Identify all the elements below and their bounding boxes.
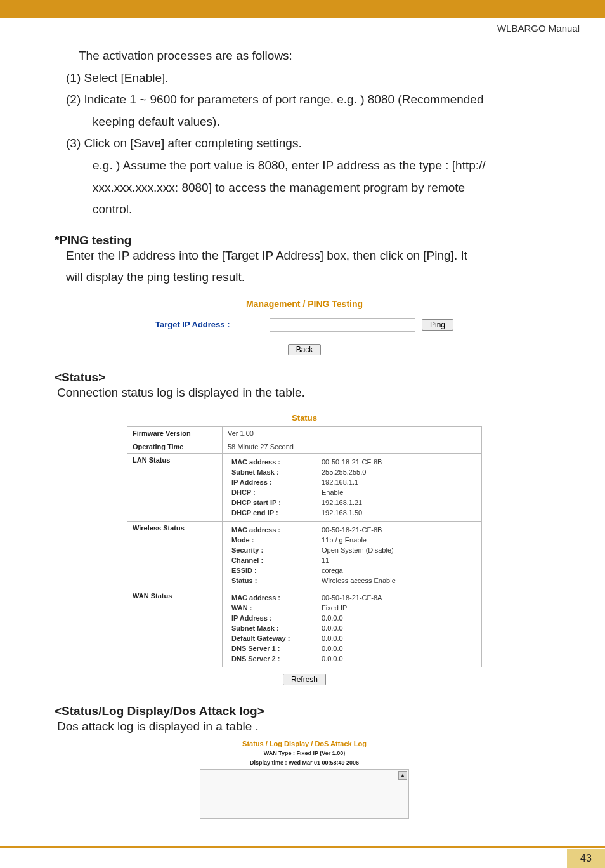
- wl-mac-value: 00-50-18-21-CF-8B: [319, 525, 475, 534]
- table-row: WAN Status MAC address :00-50-18-21-CF-8…: [127, 589, 482, 667]
- lan-status-label: LAN Status: [127, 453, 223, 521]
- page-number: 43: [567, 849, 605, 868]
- footer-accent-line: [0, 846, 605, 848]
- status-body: Connection status log is displayed in th…: [57, 385, 554, 402]
- ping-figure: Management / PING Testing Target IP Addr…: [101, 299, 507, 355]
- wan-ip-value: 0.0.0.0: [319, 614, 475, 622]
- target-ip-label: Target IP Address :: [155, 320, 263, 329]
- firmware-version-value: Ver 1.00: [223, 426, 482, 440]
- step-2-line1: (2) Indicate 1 ~ 9600 for parameters of …: [66, 91, 554, 109]
- lan-mac-label: MAC address :: [229, 457, 318, 466]
- ping-fig-title: Management / PING Testing: [101, 299, 507, 309]
- wl-status-label: Status :: [229, 576, 318, 585]
- back-button[interactable]: Back: [288, 344, 322, 355]
- operating-time-label: Operating Time: [127, 440, 223, 453]
- status-table: Firmware Version Ver 1.00 Operating Time…: [127, 426, 482, 667]
- ping-body-1: Enter the IP address into the [Target IP…: [66, 247, 554, 265]
- lan-dhcp-label: DHCP :: [229, 488, 318, 497]
- wl-essid-value: corega: [319, 566, 475, 575]
- step-1: (1) Select [Enable].: [66, 70, 554, 87]
- step-3-body-2: xxx.xxx.xxx.xxx: 8080] to access the man…: [93, 180, 554, 197]
- status-fig-title: Status: [127, 413, 482, 423]
- status-figure: Status Firmware Version Ver 1.00 Operati…: [127, 413, 482, 685]
- wan-type-value: Fixed IP: [319, 603, 475, 612]
- step-2-line2: keeping default values).: [93, 114, 554, 131]
- lan-dhcp-end-label: DHCP end IP :: [229, 508, 318, 517]
- step-3-body-1: e.g. ) Assume the port value is 8080, en…: [93, 157, 554, 174]
- table-row: Operating Time 58 Minute 27 Second: [127, 440, 482, 453]
- lan-subnet-value: 255.255.255.0: [319, 468, 475, 477]
- table-row: LAN Status MAC address :00-50-18-21-CF-8…: [127, 453, 482, 521]
- dos-heading: <Status/Log Display/Dos Attack log>: [55, 704, 554, 718]
- wireless-status-label: Wireless Status: [127, 521, 223, 589]
- step-3: (3) Click on [Save] after completing set…: [66, 135, 554, 152]
- header-manual-name: WLBARGO Manual: [0, 18, 605, 36]
- wl-channel-value: 11: [319, 556, 475, 565]
- footer: 43: [0, 846, 605, 868]
- wan-gateway-value: 0.0.0.0: [319, 634, 475, 643]
- lan-ip-label: IP Address :: [229, 478, 318, 487]
- scroll-up-icon[interactable]: ▲: [398, 771, 407, 780]
- lan-dhcp-value: Enable: [319, 488, 475, 497]
- lan-subnet-label: Subnet Mask :: [229, 468, 318, 477]
- lan-ip-value: 192.168.1.1: [319, 478, 475, 487]
- table-row: Wireless Status MAC address :00-50-18-21…: [127, 521, 482, 589]
- wan-subnet-value: 0.0.0.0: [319, 624, 475, 633]
- dos-figure: Status / Log Display / DoS Attack Log WA…: [190, 740, 419, 819]
- top-accent-bar: [0, 0, 605, 18]
- ping-body-2: will display the ping testing result.: [66, 269, 554, 286]
- wan-dns2-value: 0.0.0.0: [319, 654, 475, 663]
- dos-body: Dos attack log is displayed in a table .: [57, 718, 554, 735]
- lan-dhcp-start-value: 192.168.1.21: [319, 498, 475, 507]
- table-row: Firmware Version Ver 1.00: [127, 426, 482, 440]
- lan-dhcp-start-label: DHCP start IP :: [229, 498, 318, 507]
- firmware-version-label: Firmware Version: [127, 426, 223, 440]
- lan-dhcp-end-value: 192.168.1.50: [319, 508, 475, 517]
- ping-heading: *PING testing: [55, 233, 554, 247]
- wl-essid-label: ESSID :: [229, 566, 318, 575]
- ping-button[interactable]: Ping: [422, 319, 453, 331]
- lan-mac-value: 00-50-18-21-CF-8B: [319, 457, 475, 466]
- wan-mac-label: MAC address :: [229, 593, 318, 602]
- wan-status-label: WAN Status: [127, 589, 223, 667]
- wl-channel-label: Channel :: [229, 556, 318, 565]
- wan-subnet-label: Subnet Mask :: [229, 624, 318, 633]
- status-heading: <Status>: [55, 371, 554, 385]
- wl-mode-label: Mode :: [229, 536, 318, 544]
- wl-security-value: Open System (Disable): [319, 546, 475, 555]
- wan-ip-label: IP Address :: [229, 614, 318, 622]
- wan-mac-value: 00-50-18-21-CF-8A: [319, 593, 475, 602]
- dos-log-box: ▲: [200, 769, 409, 819]
- refresh-button[interactable]: Refresh: [283, 674, 326, 685]
- intro-text: The activation processes are as follows:: [79, 48, 554, 65]
- wl-security-label: Security :: [229, 546, 318, 555]
- wan-type-label: WAN :: [229, 603, 318, 612]
- dos-subline-2: Display time : Wed Mar 01 00:58:49 2006: [190, 760, 419, 766]
- wan-dns1-value: 0.0.0.0: [319, 644, 475, 653]
- dos-fig-title: Status / Log Display / DoS Attack Log: [190, 740, 419, 747]
- dos-subline-1: WAN Type : Fixed IP (Ver 1.00): [190, 750, 419, 757]
- wan-dns2-label: DNS Server 2 :: [229, 654, 318, 663]
- step-3-body-3: control.: [93, 201, 554, 218]
- operating-time-value: 58 Minute 27 Second: [223, 440, 482, 453]
- wan-gateway-label: Default Gateway :: [229, 634, 318, 643]
- wan-dns1-label: DNS Server 1 :: [229, 644, 318, 653]
- page-content: The activation processes are as follows:…: [0, 48, 605, 819]
- wl-status-value: Wireless access Enable: [319, 576, 475, 585]
- target-ip-input[interactable]: [270, 318, 415, 332]
- wl-mac-label: MAC address :: [229, 525, 318, 534]
- wl-mode-value: 11b / g Enable: [319, 536, 475, 544]
